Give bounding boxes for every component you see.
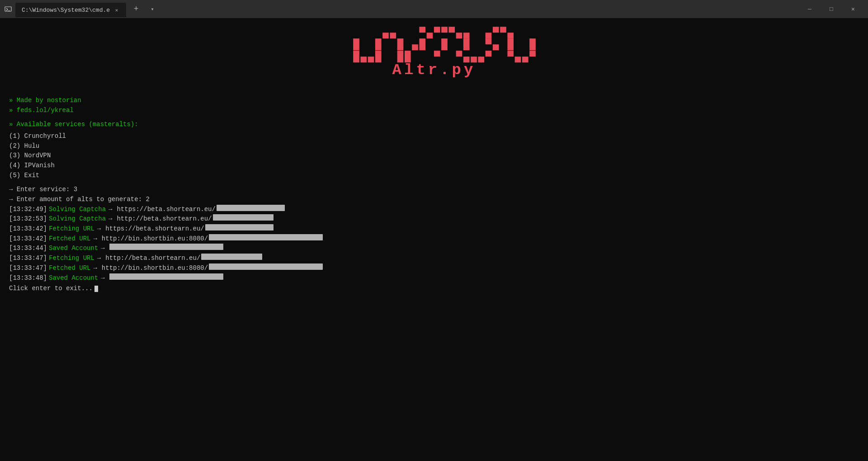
log-line-2: [13:32:53] Solving Captcha → http://beta… <box>9 214 859 224</box>
terminal-window: ▄▄ ▀▄▀▀▀▄▄ ▄▀▀▄ █ █ █ ▄█ █ █ ▀▄ █ █ █▄▄█… <box>0 18 868 461</box>
log-6-url: http://beta.shortearn.eu/ <box>105 254 200 263</box>
service-5: (5) Exit <box>9 172 39 179</box>
log-6-timestamp: [13:33:47] <box>9 254 47 263</box>
enter-amount-line: → Enter amount of alts to generate: 2 <box>9 195 859 205</box>
services-header-line: » Available services (masteralts): <box>9 120 859 130</box>
log-3-timestamp: [13:33:42] <box>9 224 47 234</box>
cursor-blink <box>94 286 98 292</box>
log-2-arrow: → <box>108 214 112 224</box>
log-8-timestamp: [13:33:48] <box>9 273 47 283</box>
titlebar: C:\Windows\System32\cmd.e ✕ + ▾ ─ □ ✕ <box>0 0 868 18</box>
app-logo: ▄▄ ▀▄▀▀▀▄▄ ▄▀▀▄ █ █ █ ▄█ █ █ ▀▄ █ █ █▄▄█… <box>9 27 859 82</box>
tab-title: C:\Windows\System32\cmd.e <box>22 7 110 14</box>
log-5-timestamp: [13:33:44] <box>9 244 47 254</box>
minimize-button[interactable]: ─ <box>799 0 820 18</box>
log-4-url: http://bin.shortbin.eu:8080/ <box>102 234 208 244</box>
log-3-status: Fetching URL <box>49 224 94 234</box>
log-1-url: https://beta.shortearn.eu/ <box>117 205 215 215</box>
log-7-status: Fetched URL <box>49 263 90 273</box>
made-by-line: » Made by nostorian <box>9 96 859 106</box>
log-line-8: [13:33:48] Saved Account → <box>9 273 859 283</box>
log-8-redacted <box>109 273 223 280</box>
service-1-line: (1) Crunchyroll <box>9 132 859 141</box>
log-1-status: Solving Captcha <box>49 205 106 215</box>
log-7-redacted <box>209 263 323 270</box>
exit-prompt: Click enter to exit... <box>9 284 93 294</box>
link-line: » feds.lol/ykreal <box>9 106 859 116</box>
service-1: (1) Crunchyroll <box>9 132 66 140</box>
log-8-arrow: → <box>101 273 104 283</box>
made-by-text: » Made by nostorian <box>9 96 81 106</box>
tab-close-button[interactable]: ✕ <box>113 7 120 13</box>
logo-text: Altr.py <box>9 58 859 82</box>
log-2-status: Solving Captcha <box>49 214 106 224</box>
service-4-line: (4) IPVanish <box>9 161 859 171</box>
enter-service-line: → Enter service: 3 <box>9 185 859 195</box>
maximize-button[interactable]: □ <box>821 0 842 18</box>
log-4-status: Fetched URL <box>49 234 90 244</box>
link-text: » feds.lol/ykreal <box>9 106 74 116</box>
new-tab-button[interactable]: + <box>130 3 142 15</box>
window-controls: ─ □ ✕ <box>799 0 863 18</box>
log-7-arrow: → <box>93 263 97 273</box>
log-2-timestamp: [13:32:53] <box>9 214 47 224</box>
enter-service: → Enter service: 3 <box>9 185 77 195</box>
log-3-redacted <box>205 224 274 230</box>
log-7-url: http://bin.shortbin.eu:8080/ <box>102 263 208 273</box>
log-5-status: Saved Account <box>49 244 98 254</box>
service-4: (4) IPVanish <box>9 162 55 169</box>
log-line-4: [13:33:42] Fetched URL → http://bin.shor… <box>9 234 859 244</box>
log-6-arrow: → <box>97 254 101 263</box>
service-5-line: (5) Exit <box>9 171 859 181</box>
log-2-url: http://beta.shortearn.eu/ <box>117 214 212 224</box>
log-8-status: Saved Account <box>49 273 98 283</box>
log-7-timestamp: [13:33:47] <box>9 263 47 273</box>
log-1-arrow: → <box>108 205 112 215</box>
enter-amount: → Enter amount of alts to generate: 2 <box>9 195 150 205</box>
log-6-redacted <box>201 254 262 260</box>
service-3-line: (3) NordVPN <box>9 151 859 161</box>
log-1-redacted <box>217 205 285 211</box>
services-header: » Available services (masteralts): <box>9 120 138 130</box>
tab-dropdown-button[interactable]: ▾ <box>146 3 159 15</box>
log-line-1: [13:32:49] Solving Captcha → https://bet… <box>9 205 859 215</box>
service-2-line: (2) Hulu <box>9 141 859 151</box>
close-button[interactable]: ✕ <box>843 0 863 18</box>
log-3-url: https://beta.shortearn.eu/ <box>105 224 204 234</box>
log-1-timestamp: [13:32:49] <box>9 205 47 215</box>
log-5-redacted <box>109 244 223 250</box>
log-line-5: [13:33:44] Saved Account → <box>9 244 859 254</box>
service-2: (2) Hulu <box>9 142 39 150</box>
service-3: (3) NordVPN <box>9 152 51 159</box>
log-line-6: [13:33:47] Fetching URL → http://beta.sh… <box>9 254 859 263</box>
log-line-7: [13:33:47] Fetched URL → http://bin.shor… <box>9 263 859 273</box>
logo-ascii: ▄▄ ▀▄▀▀▀▄▄ ▄▀▀▄ █ █ █ ▄█ █ █ ▀▄ █ █ █▄▄█… <box>9 27 859 63</box>
log-5-arrow: → <box>101 244 104 254</box>
log-2-redacted <box>213 214 274 221</box>
log-4-timestamp: [13:33:42] <box>9 234 47 244</box>
exit-prompt-line: Click enter to exit... <box>9 284 859 294</box>
log-6-status: Fetching URL <box>49 254 94 263</box>
log-3-arrow: → <box>97 224 101 234</box>
log-4-redacted <box>209 234 323 240</box>
log-4-arrow: → <box>93 234 97 244</box>
app-icon <box>5 5 12 13</box>
log-line-3: [13:33:42] Fetching URL → https://beta.s… <box>9 224 859 234</box>
terminal-tab[interactable]: C:\Windows\System32\cmd.e ✕ <box>15 3 126 17</box>
